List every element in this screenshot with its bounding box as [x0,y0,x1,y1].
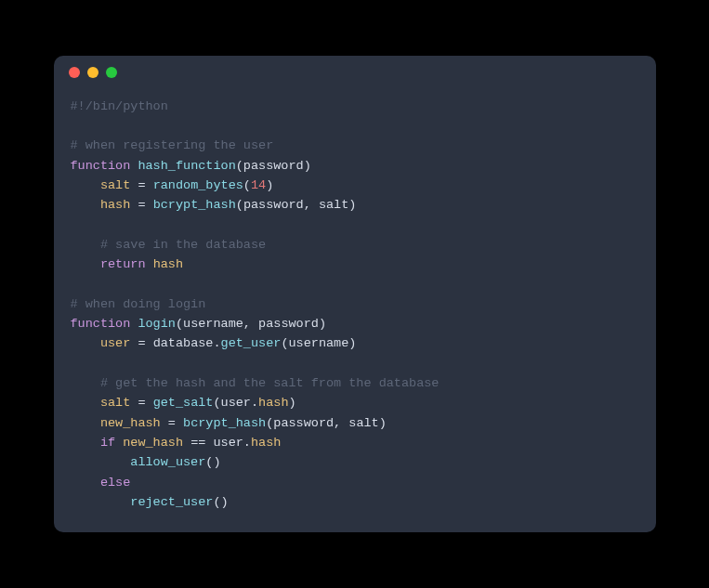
obj: user [213,436,243,450]
paren: ) [348,198,356,212]
param: password [243,159,304,173]
arg: password [273,416,334,430]
number: 14 [251,178,266,192]
comma: , [243,317,251,331]
op: = [138,396,145,410]
paren: ) [288,396,295,410]
param: username [183,317,243,331]
comment: # save in the database [100,238,266,252]
arg: password [243,198,304,212]
paren: ( [176,317,183,331]
var: hash [153,257,183,271]
var: user [100,336,130,350]
keyword: function [71,159,131,173]
func-call: random_bytes [153,178,243,192]
var: salt [100,396,130,410]
op: == [190,436,205,450]
dot: . [251,396,258,410]
obj: user [221,396,251,410]
method: get_user [221,336,282,350]
prop: hash [251,436,281,450]
keyword: else [100,476,130,490]
comment: # when registering the user [71,138,274,152]
comma: , [334,416,341,430]
paren: ) [379,416,387,430]
op: = [138,198,145,212]
var: new_hash [123,436,183,450]
comma: , [304,198,311,212]
arg: salt [348,416,378,430]
paren: ( [236,159,243,173]
paren: ( [236,198,243,212]
var: salt [100,178,130,192]
obj: database [153,336,214,350]
close-icon[interactable] [69,67,80,78]
titlebar [54,56,656,89]
keyword: function [71,317,131,331]
dot: . [213,336,220,350]
func-name: hash_function [138,159,235,173]
func-call: reject_user [130,495,213,509]
arg: username [288,336,348,350]
func-name: login [138,317,176,331]
keyword: if [100,436,115,450]
func-call: bcrypt_hash [183,416,266,430]
func-call: allow_user [130,455,205,469]
comment: # when doing login [71,297,206,311]
paren: ( [213,396,220,410]
op: = [138,336,145,350]
paren: ) [304,159,311,173]
code-window: #!/bin/python # when registering the use… [54,56,656,533]
var: new_hash [100,416,161,430]
op: = [168,416,176,430]
dot: . [243,436,251,450]
paren: ) [266,178,273,192]
shebang: #!/bin/python [71,99,168,113]
paren: () [213,495,228,509]
func-call: bcrypt_hash [153,198,236,212]
paren: ) [348,336,356,350]
paren: ( [243,178,251,192]
paren: ) [319,317,326,331]
param: password [258,317,319,331]
var: hash [100,198,130,212]
paren: () [205,455,220,469]
code-block: #!/bin/python # when registering the use… [54,89,656,533]
func-call: get_salt [153,396,214,410]
comment: # get the hash and the salt from the dat… [100,376,440,390]
keyword: return [100,257,146,271]
maximize-icon[interactable] [106,67,117,78]
minimize-icon[interactable] [87,67,98,78]
arg: salt [319,198,348,212]
op: = [138,178,145,192]
prop: hash [258,396,288,410]
